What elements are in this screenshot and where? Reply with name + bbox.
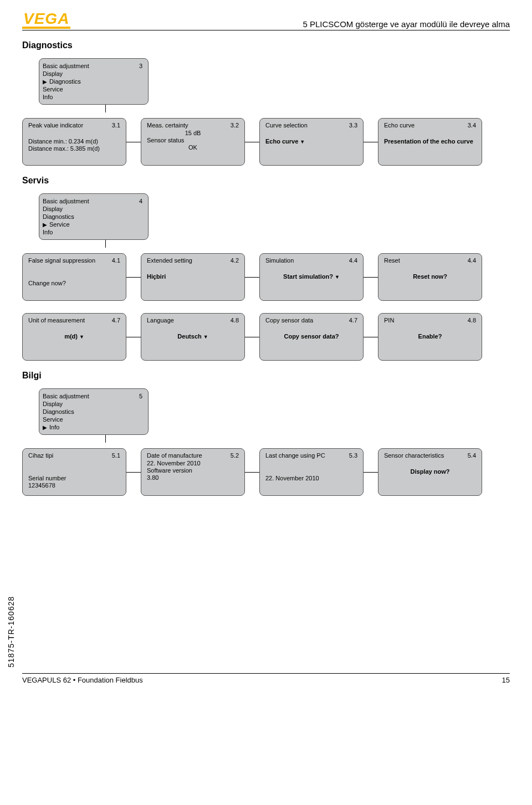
screen-line: 15 dB [147, 130, 239, 136]
screen-line: 12345678 [28, 482, 120, 489]
screen-peak-value: Peak value indicator3.1 Distance min.: 0… [22, 118, 126, 166]
screen-value: Echo curve [265, 138, 357, 145]
screen-num: 5.4 [468, 452, 476, 459]
screen-title: Echo curve [384, 122, 415, 129]
screen-line: 22. November 2010 [265, 475, 357, 481]
section-servis-title: Servis [22, 176, 510, 186]
menu-item: Display [43, 401, 63, 407]
screen-title: Unit of measurement [28, 317, 85, 324]
screen-line: Sensor status [147, 137, 239, 143]
screen-line: Software version [147, 467, 239, 474]
screen-num: 3.4 [468, 122, 476, 129]
screen-line: Change now? [28, 280, 120, 286]
marker-icon: ▶ [43, 424, 47, 430]
screen-line: Distance min.: 0.234 m(d) [28, 138, 120, 145]
screen-reset: Reset4.4 Reset now? [378, 253, 482, 301]
screen-title: Language [147, 317, 174, 324]
connector [105, 435, 106, 443]
screen-date-manufacture: Date of manufacture5.2 22. November 2010… [141, 448, 245, 496]
screen-title: Curve selection [265, 122, 308, 129]
menu-item-selected: ▶Service [43, 221, 70, 228]
screen-false-signal: False signal suppression4.1 Change now? [22, 253, 126, 301]
screen-curve-selection: Curve selection3.3 Echo curve [259, 118, 364, 166]
screen-unit: Unit of measurement4.7 m(d) [22, 313, 126, 361]
servis-row-2: Unit of measurement4.7 m(d) Language4.8 … [22, 313, 510, 361]
connector [245, 472, 259, 473]
screen-num: 3.3 [349, 122, 357, 129]
screen-value: Copy sensor data? [265, 333, 357, 340]
menu-item-selected: ▶Diagnostics [43, 78, 81, 85]
screen-title: PIN [384, 317, 394, 324]
connector [364, 142, 378, 142]
footer-left: VEGAPULS 62 • Foundation Fieldbus [22, 676, 143, 684]
menu-item: Basic adjustment [43, 198, 89, 204]
screen-num: 4.8 [468, 317, 476, 324]
diagnostics-menu: Basic adjustment 3 Display ▶Diagnostics … [39, 58, 149, 105]
screen-line: 3.80 [147, 474, 239, 481]
diagnostics-menu-wrap: Basic adjustment 3 Display ▶Diagnostics … [39, 58, 510, 112]
screen-title: Copy sensor data [265, 317, 313, 324]
menu-item: Diagnostics [43, 213, 74, 220]
bilgi-menu-wrap: Basic adjustment 5 Display Diagnostics S… [39, 388, 510, 443]
screen-value: Presentation of the echo curve [384, 138, 476, 145]
screen-title: Simulation [265, 257, 294, 264]
connector [126, 277, 141, 278]
connector [126, 337, 141, 337]
logo: VEGA [22, 11, 70, 29]
screen-line: OK [147, 144, 239, 151]
screen-last-change: Last change using PC5.3 22. November 201… [259, 448, 364, 496]
screen-num: 3.2 [231, 122, 239, 129]
connector [245, 277, 259, 278]
screen-value: Deutsch [147, 333, 239, 340]
screen-num: 4.4 [468, 257, 476, 264]
diagnostics-row: Peak value indicator3.1 Distance min.: 0… [22, 118, 510, 166]
section-diagnostics-title: Diagnostics [22, 40, 510, 50]
screen-num: 4.7 [349, 317, 357, 324]
screen-title: Sensor characteristics [384, 452, 444, 459]
footer: VEGAPULS 62 • Foundation Fieldbus 15 [22, 673, 510, 684]
screen-value: Reset now? [384, 273, 476, 280]
menu-number: 5 [139, 393, 142, 399]
screen-title: Peak value indicator [28, 122, 83, 129]
bilgi-menu: Basic adjustment 5 Display Diagnostics S… [39, 388, 149, 435]
screen-title: Meas. certainty [147, 122, 188, 129]
screen-line: 22. November 2010 [147, 460, 239, 466]
screen-value: Hiçbiri [147, 273, 239, 280]
marker-icon: ▶ [43, 222, 47, 228]
section-bilgi-title: Bilgi [22, 371, 510, 381]
screen-title: Reset [384, 257, 400, 264]
screen-echo-curve: Echo curve3.4 Presentation of the echo c… [378, 118, 482, 166]
menu-item: Diagnostics [43, 408, 74, 415]
screen-copy-sensor: Copy sensor data4.7 Copy sensor data? [259, 313, 364, 361]
menu-item: Display [43, 206, 63, 212]
menu-item: Service [43, 416, 63, 423]
menu-item: Display [43, 70, 63, 77]
screen-num: 4.1 [112, 257, 120, 264]
screen-num: 4.7 [112, 317, 120, 324]
document-code: 51875-TR-160628 [7, 596, 16, 668]
connector [105, 105, 106, 112]
screen-value: m(d) [28, 333, 120, 340]
connector [126, 472, 141, 473]
screen-value: Enable? [384, 333, 476, 340]
screen-title: Date of manufacture [147, 452, 202, 459]
header-bar: VEGA 5 PLICSCOM gösterge ve ayar modülü … [22, 11, 510, 30]
connector [245, 142, 259, 142]
screen-num: 4.4 [349, 257, 357, 264]
menu-item-selected: ▶Info [43, 424, 59, 430]
servis-menu: Basic adjustment 4 Display Diagnostics ▶… [39, 193, 149, 240]
menu-number: 4 [139, 198, 142, 204]
screen-language: Language4.8 Deutsch [141, 313, 245, 361]
screen-extended-setting: Extended setting4.2 Hiçbiri [141, 253, 245, 301]
screen-title: Extended setting [147, 257, 192, 264]
menu-item: Info [43, 94, 53, 100]
connector [245, 337, 259, 337]
menu-item: Service [43, 86, 63, 93]
screen-num: 4.8 [231, 317, 239, 324]
screen-pin: PIN4.8 Enable? [378, 313, 482, 361]
connector [364, 472, 378, 473]
chapter-title: 5 PLICSCOM gösterge ve ayar modülü ile d… [303, 19, 510, 29]
screen-title: Cihaz tipi [28, 452, 53, 459]
connector [126, 142, 141, 142]
servis-row-1: False signal suppression4.1 Change now? … [22, 253, 510, 301]
